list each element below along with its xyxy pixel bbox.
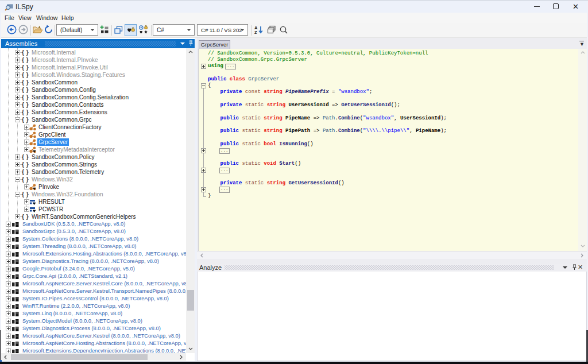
svg-text:Z: Z [254, 30, 257, 35]
